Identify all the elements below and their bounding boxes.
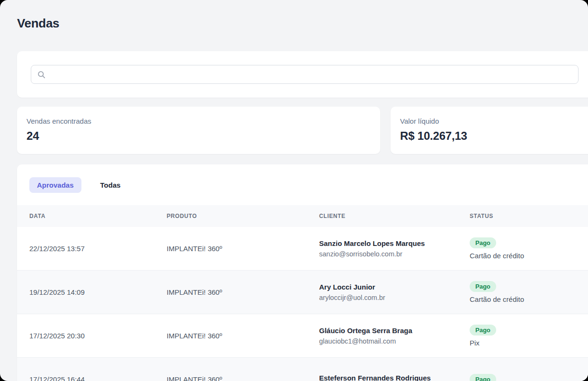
column-header-cliente: Cliente — [319, 213, 470, 219]
tab-todas[interactable]: Todas — [93, 177, 128, 193]
search-icon — [37, 70, 46, 79]
cell-status: Pago Cartão de crédito — [470, 237, 588, 260]
search-input[interactable] — [50, 71, 572, 79]
cell-date: 19/12/2025 14:09 — [17, 288, 167, 296]
payment-method: Pix — [470, 339, 588, 347]
cell-product: IMPLANTEi! 360º — [167, 288, 319, 296]
cell-date: 22/12/2025 13:57 — [17, 245, 167, 253]
cell-status: Pago Cartão de crédito — [470, 281, 588, 303]
cell-client: Ary Locci Junior aryloccijr@uol.com.br — [319, 283, 470, 301]
payment-method: Cartão de crédito — [470, 295, 588, 303]
status-badge: Pago — [470, 374, 496, 381]
stat-card-sales-found: Vendas encontradas 24 — [17, 107, 380, 154]
table-row[interactable]: 22/12/2025 13:57 IMPLANTEi! 360º Sanzio … — [17, 227, 588, 271]
column-header-data: Data — [17, 213, 167, 219]
cell-product: IMPLANTEi! 360º — [167, 245, 319, 253]
client-email: aryloccijr@uol.com.br — [319, 294, 470, 301]
table-row[interactable]: 19/12/2025 14:09 IMPLANTEi! 360º Ary Loc… — [17, 271, 588, 314]
search-box[interactable] — [31, 65, 579, 84]
sales-page: Vendas Vendas encontradas 24 Valor líqui… — [0, 0, 588, 381]
stat-value: 24 — [27, 129, 371, 143]
client-name: Gláucio Ortega Serra Braga — [319, 327, 470, 335]
stat-label: Vendas encontradas — [27, 117, 371, 125]
sales-table-card: Aprovadas Todas Data Produto Cliente Sta… — [17, 164, 588, 381]
client-name: Sanzio Marcelo Lopes Marques — [319, 239, 470, 247]
tabs: Aprovadas Todas — [17, 164, 588, 205]
payment-method: Cartão de crédito — [470, 252, 588, 260]
cell-date: 17/12/2025 20:30 — [17, 332, 167, 340]
page-title: Vendas — [17, 16, 59, 31]
cell-client: Gláucio Ortega Serra Braga glauciobc1@ho… — [319, 327, 470, 345]
tab-aprovadas[interactable]: Aprovadas — [29, 177, 81, 193]
table-body: 22/12/2025 13:57 IMPLANTEi! 360º Sanzio … — [17, 227, 588, 381]
status-badge: Pago — [470, 281, 496, 292]
cell-status: Pago Pix — [470, 325, 588, 347]
cell-client: Sanzio Marcelo Lopes Marques sanzio@sorr… — [319, 239, 470, 258]
cell-client: Esteferson Fernandes Rodrigues — [319, 374, 470, 381]
client-email: glauciobc1@hotmail.com — [319, 337, 470, 345]
table-header: Data Produto Cliente Status — [17, 205, 588, 227]
table-row[interactable]: 17/12/2025 16:44 IMPLANTEi! 360º Estefer… — [17, 358, 588, 381]
cell-product: IMPLANTEi! 360º — [167, 375, 319, 381]
column-header-status: Status — [470, 213, 588, 219]
status-badge: Pago — [470, 237, 496, 248]
stat-label: Valor líquido — [400, 117, 588, 125]
client-name: Esteferson Fernandes Rodrigues — [319, 374, 470, 381]
cell-status: Pago — [470, 374, 588, 381]
stat-card-net-value: Valor líquido R$ 10.267,13 — [391, 107, 588, 154]
status-badge: Pago — [470, 325, 496, 336]
cell-date: 17/12/2025 16:44 — [17, 375, 167, 381]
cell-product: IMPLANTEi! 360º — [167, 332, 319, 340]
client-email: sanzio@sorrisobelo.com.br — [319, 250, 470, 258]
column-header-produto: Produto — [167, 213, 319, 219]
stat-value: R$ 10.267,13 — [400, 129, 588, 143]
table-row[interactable]: 17/12/2025 20:30 IMPLANTEi! 360º Gláucio… — [17, 314, 588, 358]
stats-row: Vendas encontradas 24 Valor líquido R$ 1… — [17, 107, 588, 154]
client-name: Ary Locci Junior — [319, 283, 470, 291]
search-card — [17, 51, 588, 98]
